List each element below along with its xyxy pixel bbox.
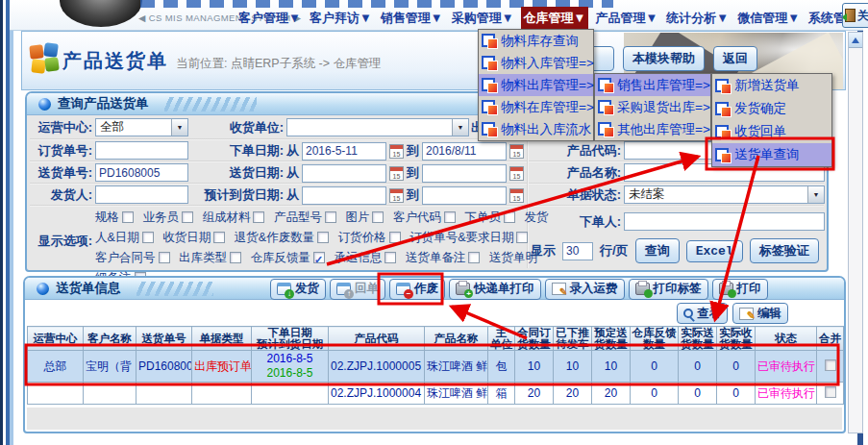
view-button[interactable]: 查看: [677, 303, 728, 324]
table-cell: 0: [679, 383, 717, 405]
option-checkbox[interactable]: [182, 211, 193, 223]
label-verify-button[interactable]: 标签验证: [750, 238, 819, 263]
table-header-cell: 实际送货数量: [679, 327, 717, 351]
order-no-input[interactable]: [95, 141, 188, 160]
menu-item[interactable]: 采购退货出库=>: [595, 96, 710, 118]
delivery-no-input[interactable]: [95, 163, 188, 182]
option-checkbox[interactable]: [444, 211, 456, 223]
table-row[interactable]: 02.ZJPJ.1000004珠江啤酒 鲜啤箱202020000已审待执行: [28, 383, 844, 405]
to-label: 到: [407, 164, 419, 182]
ship-button[interactable]: 发货: [270, 279, 326, 300]
merge-checkbox[interactable]: [825, 386, 836, 398]
chevron-down-icon[interactable]: [171, 119, 187, 136]
option-checkbox[interactable]: [159, 252, 170, 263]
option-checkbox[interactable]: [325, 211, 336, 223]
form-window-icon: [598, 100, 614, 114]
option-checkbox[interactable]: [384, 252, 396, 263]
form-window-icon: [482, 122, 498, 136]
menu-item[interactable]: 其他出库管理=>: [595, 118, 710, 140]
table-row[interactable]: 总部宝明（背PD1608005出库预订单2016-8-52016-8-502.Z…: [28, 351, 844, 383]
delivery-date-to-input[interactable]: [422, 164, 507, 183]
orderer-input[interactable]: [624, 212, 825, 231]
merge-checkbox[interactable]: [825, 359, 836, 371]
option-checkbox[interactable]: [253, 211, 264, 223]
table-cell: 已审待执行: [756, 383, 817, 405]
option-checkbox[interactable]: [504, 211, 515, 223]
display-option: 收货日期: [162, 231, 225, 244]
table-cell: 0: [679, 351, 717, 383]
expected-date-from-input[interactable]: [302, 186, 386, 205]
receiver-select[interactable]: [286, 118, 469, 136]
edit-button[interactable]: 编辑: [732, 303, 788, 324]
close-menu-button[interactable]: 关闭菜单: [842, 3, 868, 28]
doc-status-select[interactable]: 未结案: [624, 185, 825, 204]
operations-center-select[interactable]: 全部: [95, 118, 188, 136]
menu-item[interactable]: 销售出库管理=>: [595, 74, 710, 96]
menu-item[interactable]: 物料出入库流水: [479, 118, 593, 140]
chevron-down-icon[interactable]: [807, 186, 824, 203]
freight-entry-button[interactable]: 录入运费: [545, 279, 625, 300]
option-label: 下单员: [464, 210, 501, 224]
calendar-icon[interactable]: [509, 188, 524, 203]
option-checkbox[interactable]: [122, 211, 134, 223]
back-button[interactable]: 返回: [713, 46, 757, 71]
menu-item[interactable]: 物料入库管理=>: [479, 52, 593, 74]
top-menu-item[interactable]: 仓库管理▼: [521, 7, 589, 30]
top-menu-item[interactable]: 统计分析▼: [664, 7, 731, 30]
page-size-suffix: 行/页: [600, 242, 629, 260]
menu-item[interactable]: 收货回单: [712, 120, 831, 143]
option-label: 承运信息: [334, 251, 382, 264]
display-option: 订货单号&要求日期: [409, 231, 528, 244]
menu-item[interactable]: 新增送货单: [712, 74, 831, 97]
option-checkbox[interactable]: [372, 211, 384, 223]
option-checkbox[interactable]: [468, 252, 480, 263]
top-menu-item[interactable]: 采购管理▼: [450, 7, 516, 30]
table-cell: [817, 383, 844, 405]
option-checkbox[interactable]: [142, 232, 154, 243]
option-checkbox[interactable]: [516, 232, 528, 243]
calendar-icon[interactable]: [509, 144, 524, 159]
close-menu-label: 关闭菜单: [857, 8, 868, 24]
top-menu-item[interactable]: 客户管理▼: [236, 7, 303, 30]
delivery-date-from-input[interactable]: [302, 164, 386, 183]
excel-button[interactable]: Excel: [686, 240, 743, 262]
order-date-from-input[interactable]: [302, 142, 386, 161]
option-checkbox[interactable]: [230, 252, 241, 263]
top-menu-item[interactable]: 产品管理▼: [593, 7, 659, 30]
shipper-input[interactable]: [95, 185, 188, 204]
option-label: 收货日期: [162, 231, 211, 244]
top-menu-item[interactable]: 客户拜访▼: [308, 7, 374, 30]
void-button[interactable]: 作废: [389, 279, 445, 300]
query-button[interactable]: 查询: [635, 238, 680, 263]
menu-item[interactable]: 物料出库管理=>: [479, 74, 593, 96]
top-menu-item[interactable]: 销售管理▼: [379, 7, 445, 30]
display-option: 规格: [95, 210, 134, 224]
option-checkbox[interactable]: [389, 232, 401, 243]
order-date-to-input[interactable]: [422, 142, 507, 161]
menu-item[interactable]: 送货单查询: [712, 143, 831, 166]
expected-date-to-input[interactable]: [422, 186, 507, 205]
option-checkbox[interactable]: [213, 232, 225, 243]
calendar-icon[interactable]: [389, 144, 404, 159]
calendar-icon[interactable]: [389, 166, 404, 181]
menu-item[interactable]: 发货确定: [712, 97, 831, 120]
option-checkbox[interactable]: [317, 232, 329, 243]
scroll-up-button[interactable]: [849, 33, 862, 48]
warehouse-menu-level1: 物料库存查询 物料入库管理=> 物料出库管理=> 物料在库管理=> 物料出入库流…: [478, 29, 594, 141]
calendar-icon[interactable]: [389, 188, 404, 203]
chevron-down-icon[interactable]: [452, 119, 468, 136]
page-size-input[interactable]: [562, 242, 593, 260]
receipt-button[interactable]: 回单: [330, 279, 385, 300]
option-checkbox[interactable]: [313, 252, 325, 263]
menu-item[interactable]: 物料库存查询: [479, 30, 593, 52]
form-window-icon: [598, 122, 614, 136]
print-label-button[interactable]: 打印标签: [629, 279, 708, 300]
express-print-button[interactable]: 快递单打印: [449, 279, 541, 300]
menu-item[interactable]: 物料在库管理=>: [479, 96, 593, 118]
vertical-scrollbar[interactable]: [848, 32, 863, 433]
module-help-button[interactable]: 本模块帮助: [623, 46, 705, 71]
option-label: 组成材料: [202, 210, 250, 224]
top-menu-item[interactable]: 微信管理▼: [735, 7, 802, 30]
print-button[interactable]: 打印: [712, 279, 768, 300]
calendar-icon[interactable]: [509, 166, 524, 181]
